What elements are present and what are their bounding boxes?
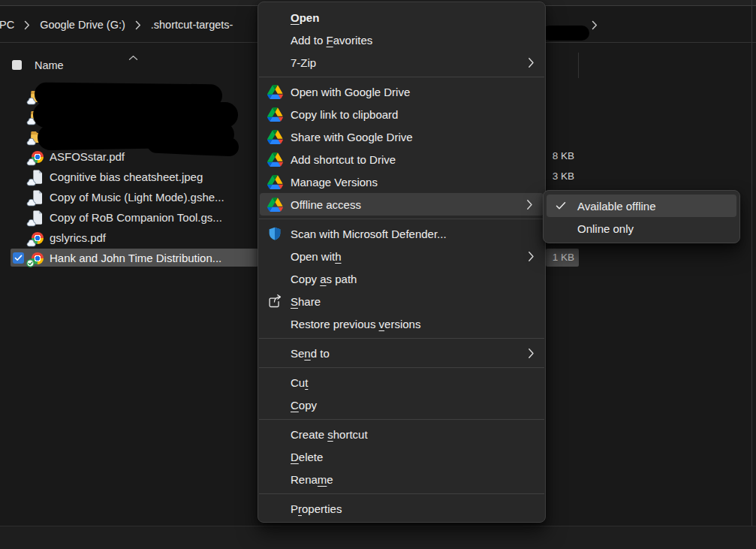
menu-item-create-shortcut[interactable]: Create shortcut xyxy=(258,423,545,445)
menu-item-add-to-favorites[interactable]: Add to Favorites xyxy=(258,29,545,51)
menu-item-label: Add to Favorites xyxy=(291,34,372,47)
cloud-sync-icon xyxy=(26,158,36,166)
chevron-right-icon xyxy=(528,57,535,68)
menu-item-label: Copy xyxy=(291,399,317,412)
breadcrumb-items: PCGoogle Drive (G:).shortcut-targets- xyxy=(0,7,233,43)
google-drive-icon xyxy=(267,175,283,189)
menu-item-cut[interactable]: Cut xyxy=(258,371,545,394)
chrome-icon xyxy=(29,230,46,246)
menu-separator xyxy=(259,219,544,219)
menu-item-label: Copy link to clipboard xyxy=(291,108,398,121)
menu-item-label: Share xyxy=(291,295,321,308)
chevron-right-icon[interactable] xyxy=(135,20,141,30)
menu-item-label: 7-Zip xyxy=(291,56,316,69)
file-name: Hank and John Time Distribution... xyxy=(50,248,221,268)
menu-item-send-to[interactable]: Send to xyxy=(258,342,545,364)
breadcrumb-item[interactable]: PC xyxy=(0,19,15,31)
google-drive-icon xyxy=(267,152,283,167)
doc-icon xyxy=(29,210,46,225)
google-drive-icon xyxy=(267,85,283,99)
menu-item-share[interactable]: Share xyxy=(258,290,545,312)
cloud-sync-icon xyxy=(26,240,36,247)
menu-item-offline-access[interactable]: Offline access xyxy=(260,193,544,216)
defender-icon xyxy=(267,226,283,241)
context-menu: OpenAdd to Favorites7-ZipOpen with Googl… xyxy=(258,2,546,523)
checkbox-checked-icon[interactable] xyxy=(13,252,24,264)
file-size: 1 KB xyxy=(546,249,579,267)
file-name: Cognitive bias cheatsheet.jpeg xyxy=(50,167,203,187)
chevron-right-icon xyxy=(526,199,533,210)
status-bar xyxy=(0,526,756,549)
menu-item-label: Open with Google Drive xyxy=(291,86,410,98)
submenu-item-available-offline[interactable]: Available offline xyxy=(547,195,736,217)
menu-item-label: Cut xyxy=(291,376,308,389)
submenu-item-label: Online only xyxy=(577,222,634,235)
sort-ascending-icon[interactable] xyxy=(128,50,138,64)
cloud-sync-icon xyxy=(26,138,36,146)
doc-icon xyxy=(29,189,46,205)
breadcrumb-item[interactable]: .shortcut-targets- xyxy=(150,19,234,31)
select-all-checkbox[interactable] xyxy=(12,60,22,70)
chevron-right-icon xyxy=(528,251,535,262)
menu-separator xyxy=(259,338,544,339)
menu-item-label: Open xyxy=(291,11,319,24)
file-name: Copy of Music (Light Mode).gshe... xyxy=(50,187,224,207)
redacted-breadcrumb-item[interactable] xyxy=(542,26,589,41)
file-explorer-window: PCGoogle Drive (G:).shortcut-targets- Na… xyxy=(0,0,756,549)
offline-access-submenu: Available offlineOnline only xyxy=(543,190,740,243)
google-drive-icon xyxy=(267,198,283,212)
menu-item-label: Add shortcut to Drive xyxy=(291,153,396,166)
google-drive-icon xyxy=(267,130,283,144)
menu-item-share-with-google-drive[interactable]: Share with Google Drive xyxy=(258,125,545,148)
file-size: 3 KB xyxy=(546,167,579,186)
menu-item-copy-as-path[interactable]: Copy as path xyxy=(258,267,545,290)
cloud-sync-icon xyxy=(26,179,36,186)
menu-item-label: Scan with Microsoft Defender... xyxy=(291,228,447,240)
menu-item-scan-with-microsoft-defender[interactable]: Scan with Microsoft Defender... xyxy=(258,222,545,245)
menu-item-open-with-google-drive[interactable]: Open with Google Drive xyxy=(258,80,545,103)
menu-item-properties[interactable]: Properties xyxy=(258,497,545,520)
menu-separator xyxy=(259,493,544,494)
checkmark-icon xyxy=(556,201,566,210)
menu-item-label: Open with xyxy=(291,250,342,263)
menu-item-restore-previous-versions[interactable]: Restore previous versions xyxy=(258,312,545,335)
menu-item-label: Send to xyxy=(291,347,330,360)
menu-item-label: Manage Versions xyxy=(291,176,378,189)
file-name: gslyrics.pdf xyxy=(50,228,106,248)
row-highlight xyxy=(11,228,258,246)
column-divider[interactable] xyxy=(578,53,579,78)
menu-item-copy[interactable]: Copy xyxy=(258,394,545,416)
menu-item-label: Offline access xyxy=(291,198,361,211)
chevron-right-icon xyxy=(528,348,535,359)
menu-item-rename[interactable]: Rename xyxy=(258,468,545,490)
file-size: 8 KB xyxy=(546,147,579,165)
menu-item-label: Rename xyxy=(291,473,333,486)
submenu-item-online-only[interactable]: Online only xyxy=(544,217,739,240)
chrome-icon xyxy=(29,250,46,266)
menu-item-manage-versions[interactable]: Manage Versions xyxy=(258,170,545,193)
chevron-right-icon[interactable] xyxy=(24,20,30,30)
cloud-sync-icon xyxy=(26,98,36,105)
chevron-right-icon[interactable] xyxy=(592,20,598,31)
menu-item-open-with[interactable]: Open with xyxy=(258,245,545,267)
google-drive-icon xyxy=(267,107,283,122)
share-icon xyxy=(267,294,283,309)
menu-item-7-zip[interactable]: 7-Zip xyxy=(258,51,545,74)
breadcrumb-item[interactable]: Google Drive (G:) xyxy=(39,19,126,31)
menu-item-add-shortcut-to-drive[interactable]: Add shortcut to Drive xyxy=(258,148,545,170)
redaction-blob xyxy=(147,134,239,156)
menu-item-label: Restore previous versions xyxy=(291,318,420,330)
menu-item-delete[interactable]: Delete xyxy=(258,445,545,468)
cloud-sync-icon xyxy=(26,199,36,207)
chrome-icon xyxy=(29,149,46,164)
name-column-header[interactable]: Name xyxy=(35,59,64,71)
submenu-item-label: Available offline xyxy=(577,200,656,213)
menu-item-copy-link-to-clipboard[interactable]: Copy link to clipboard xyxy=(258,103,545,125)
menu-item-label: Copy as path xyxy=(291,273,357,285)
cloud-sync-icon xyxy=(26,219,36,227)
menu-separator xyxy=(259,367,544,368)
menu-item-label: Share with Google Drive xyxy=(291,131,413,143)
menu-item-label: Properties xyxy=(291,502,342,515)
menu-item-open[interactable]: Open xyxy=(258,6,545,29)
offline-available-icon xyxy=(26,259,35,267)
